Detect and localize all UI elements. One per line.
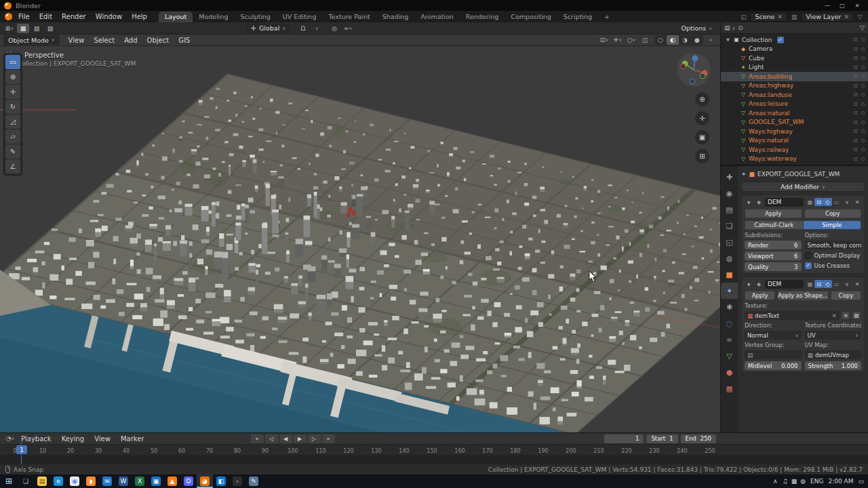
modifier-name-field[interactable]: DEM <box>765 280 804 289</box>
display-toggle-icon[interactable]: ▭ <box>832 198 841 206</box>
display-toggle-icon[interactable]: ▭ <box>832 280 841 288</box>
outliner-row[interactable]: ▽ GOOGLE_SAT_WM ✓ ⊡ ◇ <box>721 118 868 127</box>
tool-button[interactable]: ▱ <box>5 129 20 144</box>
workspace-tab[interactable]: Animation <box>414 12 459 22</box>
hide-in-viewport-icon[interactable]: ⊡ <box>853 73 858 79</box>
workspace-tab[interactable]: Scripting <box>557 12 598 22</box>
select-mode-edge-button[interactable]: ▧ <box>31 24 43 33</box>
hide-in-viewport-icon[interactable]: ⊡ <box>853 92 858 98</box>
number-field[interactable]: Viewport6 <box>745 251 802 260</box>
workspace-tab[interactable]: Modeling <box>193 12 234 22</box>
disable-in-render-icon[interactable]: ◇ <box>861 83 865 89</box>
view-layer-browse-icon[interactable]: ▥ <box>791 14 797 20</box>
blender-menu-logo-icon[interactable] <box>3 12 14 21</box>
filter-icon[interactable]: ▽ <box>858 14 863 20</box>
xray-toggle-button[interactable]: ◫ <box>639 35 651 45</box>
subdivision-type-button[interactable]: Simple <box>803 220 862 230</box>
properties-tab[interactable]: ❏ <box>721 218 738 234</box>
strength-field[interactable]: Strength1.000 <box>805 361 862 370</box>
apply-button[interactable]: Apply <box>745 209 802 218</box>
select-mode-face-button[interactable]: ▨ <box>44 24 56 33</box>
disable-in-render-icon[interactable]: ◇ <box>861 119 865 125</box>
taskbar-app-icon[interactable]: ▤ <box>34 474 50 488</box>
add-modifier-button[interactable]: Add Modifier∨ <box>741 182 865 192</box>
tool-button[interactable]: ✛ <box>5 85 20 99</box>
taskbar-app-icon[interactable]: ◕ <box>197 474 213 488</box>
collapse-icon[interactable]: ▼ <box>745 200 753 205</box>
subdivision-type-button[interactable]: Catmull-Clark <box>745 220 803 230</box>
hide-in-viewport-icon[interactable]: ⊡ <box>853 138 858 144</box>
outliner-row[interactable]: ▽ Ways:natural ✓ ⊡ ◇ <box>721 136 868 146</box>
proportional-edit-button[interactable]: ◎ <box>328 24 340 33</box>
transport-button[interactable]: ▶ <box>294 434 307 443</box>
scene-browse-icon[interactable]: ◱ <box>741 14 747 20</box>
timeline-menu-item[interactable]: Marker <box>116 434 149 443</box>
hide-in-viewport-icon[interactable]: ⊡ <box>853 101 858 107</box>
tool-button[interactable]: ↻ <box>5 100 20 114</box>
outliner-row[interactable]: ▼ ▣ Collection ✓ ⊡ ◇ <box>721 35 868 45</box>
optimal-display-row[interactable]: Optimal Display <box>805 251 862 260</box>
taskbar-app-icon[interactable]: ✎ <box>245 474 262 488</box>
uv-smooth-dropdown[interactable]: Smooth, keep corners∨ <box>805 241 862 249</box>
taskbar-app-icon[interactable]: ▣ <box>148 474 164 488</box>
editor-type-button[interactable]: ⊞∨ <box>3 24 16 33</box>
properties-tab[interactable]: ◉ <box>721 185 738 201</box>
language-indicator[interactable]: ENG <box>810 478 823 485</box>
disable-in-render-icon[interactable]: ◇ <box>861 146 865 152</box>
collection-checkbox[interactable]: ✓ <box>777 37 784 43</box>
shading-solid-button[interactable]: ◐ <box>667 35 679 45</box>
scene-selector[interactable]: Scene✕ <box>750 12 787 22</box>
use-creases-row[interactable]: Use Creases <box>805 262 862 270</box>
outliner-editor-icon[interactable]: ▤ ∨ <box>724 24 735 31</box>
tray-icon[interactable]: ◍ <box>800 478 806 485</box>
modifier-extras-icon[interactable]: ∨ <box>843 281 851 287</box>
object-visibility-dropdown[interactable]: ⊡∨ <box>598 35 610 45</box>
maximize-button[interactable]: □ <box>835 1 849 10</box>
midlevel-field[interactable]: Midlevel0.000 <box>745 361 802 370</box>
copy-button[interactable]: Copy <box>831 291 861 300</box>
proportional-falloff-dropdown[interactable]: ≈∨ <box>342 24 354 33</box>
texture-coordinates-dropdown[interactable]: UV∨ <box>805 331 862 340</box>
frame-start-field[interactable]: Start1 <box>646 434 677 443</box>
timeline-menu-item[interactable]: Playback <box>16 434 56 443</box>
menu-item[interactable]: Render <box>57 12 91 21</box>
properties-tab[interactable]: ✚ <box>721 169 738 185</box>
properties-tab[interactable]: ✦ <box>721 283 738 299</box>
new-texture-button[interactable]: ⊕ <box>841 311 850 320</box>
view-layer-selector[interactable]: View Layer✕ <box>801 12 854 22</box>
tool-button[interactable]: ⊕ <box>5 70 20 84</box>
taskbar-app-icon[interactable]: › <box>229 474 245 488</box>
tray-expand-icon[interactable]: ∧ <box>773 478 778 485</box>
workspace-tab[interactable]: Layout <box>159 12 193 22</box>
overlays-dropdown[interactable]: ○∨ <box>625 35 637 45</box>
transform-orientation-dropdown[interactable]: ✛Global∨ <box>246 24 290 33</box>
outliner-row[interactable]: ▽ Areas:building ✓ ⊡ ◇ <box>721 72 868 81</box>
transport-button[interactable]: « <box>251 434 264 443</box>
outliner-filter-icon[interactable]: ▽ <box>860 24 865 31</box>
vertex-group-field[interactable]: ▤ <box>745 350 802 359</box>
viewport-nav-button[interactable]: ⊕ <box>695 92 709 106</box>
outliner-row[interactable]: ◆ Camera ✓ ⊡ ◇ <box>721 45 868 54</box>
shading-rendered-button[interactable]: ● <box>691 35 703 45</box>
outliner-row[interactable]: ▽ Areas:landuse ✓ ⊡ ◇ <box>721 90 868 100</box>
hide-in-viewport-icon[interactable]: ⊡ <box>853 46 858 52</box>
optimal-display-checkbox[interactable] <box>805 252 812 259</box>
apply-as-shape-button[interactable]: Apply as Shape... <box>777 291 829 300</box>
taskbar-app-icon[interactable]: ✉ <box>99 474 115 488</box>
workspace-tab[interactable]: UV Editing <box>277 12 323 22</box>
timeline-track-area[interactable] <box>0 455 868 464</box>
display-toggle-icon[interactable]: ◇ <box>823 198 832 206</box>
properties-tab[interactable]: ▤ <box>721 201 738 218</box>
disable-in-render-icon[interactable]: ◇ <box>861 92 865 98</box>
transport-button[interactable]: ◀ <box>279 434 292 443</box>
outliner-row[interactable]: ☀ Light ✓ ⊡ ◇ <box>721 63 868 73</box>
display-toggle-icon[interactable]: ◇ <box>823 280 832 288</box>
properties-tab[interactable]: ✱ <box>721 299 738 315</box>
workspace-tab[interactable]: + <box>598 12 616 22</box>
properties-tab[interactable]: ■ <box>721 266 738 283</box>
apply-button[interactable]: Apply <box>745 291 775 300</box>
viewport-nav-button[interactable]: ✛ <box>695 111 709 125</box>
viewport-menu-item[interactable]: Add <box>119 36 142 45</box>
outliner-row[interactable]: ▽ Cube ✓ ⊡ ◇ <box>721 54 868 63</box>
menu-item[interactable]: Help <box>127 12 152 21</box>
